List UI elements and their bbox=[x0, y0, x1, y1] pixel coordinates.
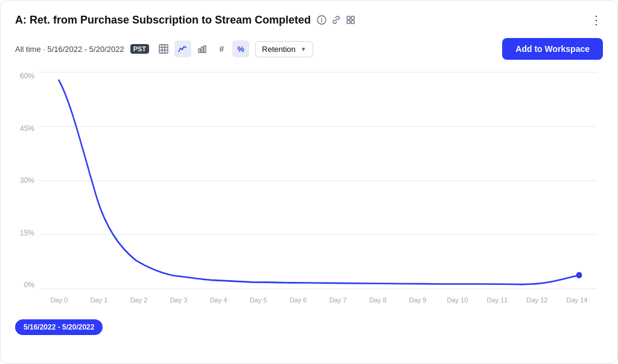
x-label-day4: Day 4 bbox=[199, 296, 238, 304]
svg-rect-3 bbox=[351, 16, 354, 19]
x-label-day8: Day 8 bbox=[358, 296, 398, 304]
svg-rect-5 bbox=[351, 21, 354, 24]
x-label-day6: Day 6 bbox=[278, 296, 318, 304]
hash-icon[interactable]: # bbox=[213, 40, 230, 57]
dropdown-caret-icon: ▼ bbox=[301, 46, 307, 53]
end-dot bbox=[576, 272, 582, 278]
chart-area: 60% 45% 30% 15% 0% bbox=[15, 72, 603, 307]
x-axis: Day 0 Day 1 Day 2 Day 3 Day 4 Day 5 Day … bbox=[39, 293, 597, 307]
svg-rect-12 bbox=[202, 47, 203, 53]
toolbar-row: All time · 5/16/2022 - 5/20/2022 PST bbox=[15, 38, 603, 60]
y-label-15: 15% bbox=[15, 229, 34, 237]
x-label-day1: Day 1 bbox=[79, 296, 119, 304]
legend-area: 5/16/2022 - 5/20/2022 bbox=[15, 317, 603, 335]
main-card: A: Ret. from Purchase Subscription to St… bbox=[0, 0, 618, 364]
y-label-45: 45% bbox=[15, 124, 34, 133]
x-label-day10: Day 10 bbox=[438, 296, 477, 304]
x-label-day14: Day 14 bbox=[557, 296, 597, 304]
link-icon[interactable] bbox=[331, 15, 341, 25]
page-title: A: Ret. from Purchase Subscription to St… bbox=[15, 14, 311, 27]
legend-date-badge: 5/16/2022 - 5/20/2022 bbox=[15, 319, 103, 335]
svg-rect-4 bbox=[347, 21, 350, 24]
percent-icon[interactable]: % bbox=[232, 40, 249, 57]
y-label-60: 60% bbox=[15, 72, 34, 80]
svg-rect-2 bbox=[347, 16, 350, 19]
expand-icon[interactable] bbox=[346, 15, 355, 25]
x-label-day0: Day 0 bbox=[39, 296, 79, 304]
y-axis: 60% 45% 30% 15% 0% bbox=[15, 72, 34, 307]
chart-inner: Day 0 Day 1 Day 2 Day 3 Day 4 Day 5 Day … bbox=[39, 72, 597, 307]
x-label-day12: Day 12 bbox=[517, 296, 557, 304]
title-group: A: Ret. from Purchase Subscription to St… bbox=[15, 14, 355, 27]
y-label-30: 30% bbox=[15, 176, 34, 185]
retention-chart bbox=[39, 72, 597, 289]
x-label-day11: Day 11 bbox=[477, 296, 517, 304]
svg-rect-13 bbox=[204, 46, 206, 53]
header-row: A: Ret. from Purchase Subscription to St… bbox=[15, 13, 603, 27]
bar-chart-icon[interactable] bbox=[194, 40, 211, 57]
x-label-day5: Day 5 bbox=[238, 296, 278, 304]
x-label-day7: Day 7 bbox=[318, 296, 358, 304]
retention-dropdown[interactable]: Retention ▼ bbox=[255, 41, 313, 57]
line-chart-icon[interactable] bbox=[174, 40, 191, 57]
table-icon[interactable] bbox=[155, 40, 172, 57]
svg-text:i: i bbox=[321, 17, 323, 24]
info-icon[interactable]: i bbox=[317, 15, 327, 25]
y-label-0: 0% bbox=[15, 281, 34, 289]
svg-rect-6 bbox=[159, 45, 168, 53]
x-label-day2: Day 2 bbox=[119, 296, 159, 304]
x-label-day3: Day 3 bbox=[159, 296, 199, 304]
svg-rect-11 bbox=[199, 49, 200, 53]
date-range-text: All time · 5/16/2022 - 5/20/2022 bbox=[15, 45, 124, 54]
retention-label: Retention bbox=[262, 45, 296, 54]
toolbar-left: All time · 5/16/2022 - 5/20/2022 PST bbox=[15, 40, 313, 57]
timezone-badge: PST bbox=[130, 44, 149, 54]
retention-curve bbox=[59, 80, 579, 284]
x-label-day9: Day 9 bbox=[398, 296, 438, 304]
title-icons: i bbox=[317, 15, 355, 25]
add-to-workspace-button[interactable]: Add to Workspace bbox=[502, 38, 603, 60]
more-options-icon[interactable]: ⋮ bbox=[590, 13, 603, 27]
toolbar-icons: # % bbox=[155, 40, 249, 57]
